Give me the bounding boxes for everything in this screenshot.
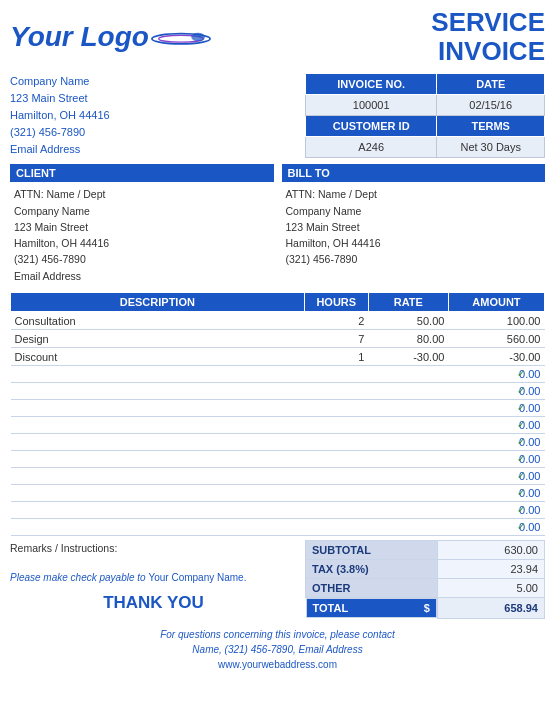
client-body: ATTN: Name / Dept Company Name 123 Main … — [10, 184, 274, 286]
row-amount-12: ✓0.00 — [448, 519, 544, 536]
other-value: 5.00 — [437, 579, 544, 598]
billto-attn: ATTN: Name / Dept — [286, 186, 542, 202]
row-rate-0: 50.00 — [368, 312, 448, 330]
row-hours-4 — [304, 383, 368, 400]
sender-address: 123 Main Street — [10, 90, 110, 107]
line-items-table: DESCRIPTION HOURS RATE AMOUNT Consultati… — [10, 292, 545, 536]
check-payable-text: Please make check payable to — [10, 572, 146, 583]
sender-city: Hamilton, OH 44416 — [10, 107, 110, 124]
row-rate-7 — [368, 434, 448, 451]
client-box: CLIENT ATTN: Name / Dept Company Name 12… — [10, 164, 274, 286]
checkmark-icon-8: ✓ — [517, 453, 525, 464]
row-amount-7: ✓0.00 — [448, 434, 544, 451]
row-hours-5 — [304, 400, 368, 417]
row-rate-6 — [368, 417, 448, 434]
client-city: Hamilton, OH 44416 — [14, 235, 270, 251]
billto-city: Hamilton, OH 44416 — [286, 235, 542, 251]
billto-box: BILL TO ATTN: Name / Dept Company Name 1… — [282, 164, 546, 286]
row-rate-2: -30.00 — [368, 348, 448, 366]
row-amount-0: 100.00 — [448, 312, 544, 330]
client-phone: (321) 456-7890 — [14, 251, 270, 267]
row-rate-9 — [368, 468, 448, 485]
client-address: 123 Main Street — [14, 219, 270, 235]
tax-label: TAX (3.8%) — [306, 560, 438, 579]
row-amount-9: ✓0.00 — [448, 468, 544, 485]
row-description-11 — [11, 502, 305, 519]
checkmark-icon-12: ✓ — [517, 521, 525, 532]
row-amount-3: ✓0.00 — [448, 366, 544, 383]
row-hours-0: 2 — [304, 312, 368, 330]
row-amount-1: 560.00 — [448, 330, 544, 348]
total-value: 658.94 — [437, 598, 544, 619]
info-row: Company Name 123 Main Street Hamilton, O… — [10, 73, 545, 158]
row-rate-12 — [368, 519, 448, 536]
row-description-9 — [11, 468, 305, 485]
check-payable: Please make check payable to Your Compan… — [10, 572, 297, 583]
billto-section-header: BILL TO — [282, 164, 546, 182]
checkmark-icon-7: ✓ — [517, 436, 525, 447]
remarks-col: Remarks / Instructions: Please make chec… — [10, 540, 297, 619]
sender-email: Email Address — [10, 141, 110, 158]
invoice-no-label: INVOICE NO. — [306, 74, 437, 95]
row-rate-1: 80.00 — [368, 330, 448, 348]
checkmark-icon-3: ✓ — [517, 368, 525, 379]
checkmark-icon-10: ✓ — [517, 487, 525, 498]
row-hours-10 — [304, 485, 368, 502]
invoice-page: Your Logo SERVICE INVOICE Company Name 1… — [0, 0, 555, 714]
row-description-5 — [11, 400, 305, 417]
col-header-description: DESCRIPTION — [11, 293, 305, 312]
date-value: 02/15/16 — [437, 95, 545, 116]
row-rate-10 — [368, 485, 448, 502]
checkmark-icon-6: ✓ — [517, 419, 525, 430]
check-payable-name: Your Company Name. — [148, 572, 246, 583]
header: Your Logo SERVICE INVOICE — [10, 8, 545, 65]
subtotal-label: SUBTOTAL — [306, 541, 438, 560]
row-amount-2: -30.00 — [448, 348, 544, 366]
logo-text: Your Logo — [10, 21, 149, 53]
date-label: DATE — [437, 74, 545, 95]
invoice-title: SERVICE INVOICE — [431, 8, 545, 65]
footer-contact-line1: For questions concerning this invoice, p… — [10, 627, 545, 642]
svg-point-2 — [191, 32, 205, 41]
row-description-2: Discount — [11, 348, 305, 366]
client-section-header: CLIENT — [10, 164, 274, 182]
terms-label: TERMS — [437, 116, 545, 137]
logo-swoosh-icon — [151, 28, 211, 46]
row-description-7 — [11, 434, 305, 451]
row-hours-1: 7 — [304, 330, 368, 348]
customer-id-label: CUSTOMER ID — [306, 116, 437, 137]
row-hours-11 — [304, 502, 368, 519]
thank-you: THANK YOU — [10, 593, 297, 613]
row-amount-5: ✓0.00 — [448, 400, 544, 417]
billto-phone: (321) 456-7890 — [286, 251, 542, 267]
row-description-10 — [11, 485, 305, 502]
subtotal-value: 630.00 — [437, 541, 544, 560]
row-rate-4 — [368, 383, 448, 400]
totals-table: SUBTOTAL 630.00 TAX (3.8%) 23.94 OTHER 5… — [305, 540, 545, 619]
row-amount-11: ✓0.00 — [448, 502, 544, 519]
invoice-no-value: 100001 — [306, 95, 437, 116]
checkmark-icon-9: ✓ — [517, 470, 525, 481]
footer-website: www.yourwebaddress.com — [10, 659, 545, 670]
client-company: Company Name — [14, 203, 270, 219]
billto-body: ATTN: Name / Dept Company Name 123 Main … — [282, 184, 546, 269]
checkmark-icon-11: ✓ — [517, 504, 525, 515]
col-header-hours: HOURS — [304, 293, 368, 312]
row-rate-3 — [368, 366, 448, 383]
row-rate-5 — [368, 400, 448, 417]
row-hours-3 — [304, 366, 368, 383]
other-label: OTHER — [306, 579, 438, 598]
row-description-8 — [11, 451, 305, 468]
remarks-label: Remarks / Instructions: — [10, 542, 297, 554]
row-hours-2: 1 — [304, 348, 368, 366]
row-hours-6 — [304, 417, 368, 434]
terms-value: Net 30 Days — [437, 137, 545, 158]
checkmark-icon-5: ✓ — [517, 402, 525, 413]
row-description-4 — [11, 383, 305, 400]
row-amount-6: ✓0.00 — [448, 417, 544, 434]
bottom-row: Remarks / Instructions: Please make chec… — [10, 540, 545, 619]
row-amount-4: ✓0.00 — [448, 383, 544, 400]
col-header-amount: AMOUNT — [448, 293, 544, 312]
sender-info: Company Name 123 Main Street Hamilton, O… — [10, 73, 110, 158]
logo-area: Your Logo — [10, 21, 211, 53]
